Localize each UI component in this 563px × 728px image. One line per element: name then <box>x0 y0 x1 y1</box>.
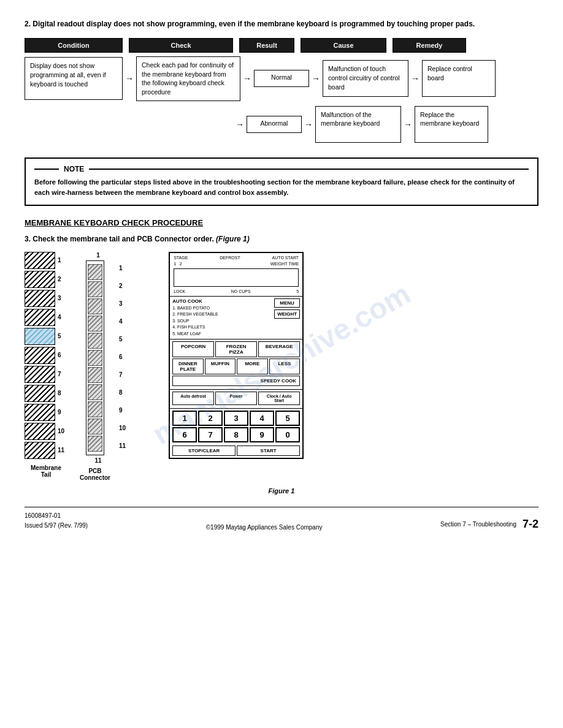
start-button[interactable]: START <box>237 446 300 456</box>
num-7[interactable]: 7 <box>198 427 223 442</box>
header-check: Check <box>129 38 233 53</box>
condition-box: Display does not show programming at all… <box>25 57 123 100</box>
num-6[interactable]: 6 <box>172 427 197 442</box>
doc-number: 16008497-01 <box>25 511 88 521</box>
arrow-7: → <box>401 119 415 129</box>
arrow-2: → <box>240 74 254 83</box>
auto-defrost-button[interactable]: Auto defrost <box>172 392 214 405</box>
kb-bottom-row: STOP/CLEAR START <box>170 444 302 458</box>
cause-normal-box: Malfunction of touch control circuitry o… <box>323 60 408 97</box>
auto-cook-label: AUTO COOK <box>172 298 218 304</box>
header-result: Result <box>239 38 294 53</box>
pcb-strip <box>86 260 104 455</box>
num-2[interactable]: 2 <box>198 411 223 426</box>
note-line-right <box>89 169 529 170</box>
kb-display <box>174 268 299 287</box>
kb-number-grid: 1 2 3 4 5 6 7 8 9 0 <box>170 409 302 444</box>
flow-row-abnormal: → Abnormal → Malfunction of the membrane… <box>233 106 538 143</box>
figure-caption: Figure 1 <box>25 487 538 495</box>
num-3[interactable]: 3 <box>224 411 248 426</box>
kb-row-popcorn: POPCORN FROZEN PIZZA BEVERAGE <box>172 341 300 357</box>
power-button[interactable]: Power <box>215 392 257 405</box>
speedy-cook-button[interactable]: SPEEDY COOK <box>172 376 300 386</box>
kb-row-controls: Auto defrost Power Clock / Auto Start <box>172 392 300 405</box>
weight-time-label: WEIGHT TIME <box>270 262 299 266</box>
membrane-tail-label: MembraneTail <box>31 464 61 478</box>
flow-row-normal: Display does not show programming at all… <box>25 56 538 101</box>
cause-abnormal-box: Malfunction of the membrane keyboard <box>315 106 401 143</box>
dinner-plate-button[interactable]: DINNER PLATE <box>172 358 204 374</box>
note-header: NOTE <box>34 165 529 173</box>
auto-cook-list: 1. BAKED POTATO 2. FRESH VEGETABLE 3. SO… <box>172 305 218 338</box>
section2-heading: 2. Digital readout display does not show… <box>25 18 538 29</box>
kb-top: STAGE DEFROST AUTO START 1 2 WEIGHT TIME… <box>170 253 302 297</box>
pcb-numbers: 1 2 3 4 5 6 7 8 9 10 11 <box>117 259 126 455</box>
less-button[interactable]: LESS <box>269 358 301 374</box>
arrow-6: → <box>302 119 315 129</box>
arrow-1: → <box>123 74 136 83</box>
keyboard-panel: STAGE DEFROST AUTO START 1 2 WEIGHT TIME… <box>169 252 304 460</box>
remedy-abnormal-box: Replace the membrane keyboard <box>415 106 488 143</box>
membrane-section-title: MEMBRANE KEYBOARD CHECK PROCEDURE <box>25 218 538 227</box>
pcb-column: 1 11 PCBConnector <box>80 252 110 481</box>
auto-start-label: AUTO START <box>272 256 299 260</box>
remedy-normal-box: Replace control board <box>422 60 496 97</box>
num-9[interactable]: 9 <box>250 427 274 442</box>
footer-section: Section 7 – Troubleshooting <box>440 521 516 528</box>
check-box: Check each pad for continuity of the mem… <box>136 56 240 101</box>
stage-label: STAGE <box>174 256 188 260</box>
kb-popcorn-section: POPCORN FROZEN PIZZA BEVERAGE DINNER PLA… <box>170 339 302 390</box>
num-1[interactable]: 1 <box>172 411 197 426</box>
weight-button[interactable]: WEIGHT <box>274 309 300 319</box>
more-button[interactable]: MORE <box>237 358 268 374</box>
defrost-label: DEFROST <box>220 256 240 260</box>
arrow-4: → <box>408 74 422 83</box>
arrow-3: → <box>309 74 323 83</box>
flow-headers: Condition Check Result Cause Remedy <box>25 38 538 53</box>
step3-heading: 3. Check the membrane tail and PCB Conne… <box>25 235 538 243</box>
muffin-button[interactable]: MUFFIN <box>205 358 236 374</box>
figure1-container: 1 2 3 4 5 6 7 8 9 10 11 MembraneTail 1 <box>25 252 538 481</box>
stop-clear-button[interactable]: STOP/CLEAR <box>172 446 236 456</box>
note-text: Before following the particular steps li… <box>34 177 529 199</box>
footer-right: Section 7 – Troubleshooting 7-2 <box>440 518 538 531</box>
num-8[interactable]: 8 <box>224 427 248 442</box>
pcb-label: PCBConnector <box>80 468 110 481</box>
membrane-tail-column: 1 2 3 4 5 6 7 8 9 10 11 MembraneTail <box>25 252 67 478</box>
kb-top-labels: STAGE DEFROST AUTO START <box>174 256 299 260</box>
num-0[interactable]: 0 <box>275 427 300 442</box>
note-label: NOTE <box>64 165 84 173</box>
header-cause: Cause <box>301 38 386 53</box>
note-box: NOTE Before following the particular ste… <box>25 157 538 206</box>
kb-row-speedy: SPEEDY COOK <box>172 376 300 386</box>
popcorn-button[interactable]: POPCORN <box>172 341 214 357</box>
footer-copyright: ©1999 Maytag Appliances Sales Company <box>206 524 323 531</box>
menu-button[interactable]: MENU <box>274 298 300 308</box>
issued-date: Issued 5/97 (Rev. 7/99) <box>25 521 88 531</box>
kb-row-dinner: DINNER PLATE MUFFIN MORE LESS <box>172 358 300 374</box>
kb-autocook: AUTO COOK 1. BAKED POTATO 2. FRESH VEGET… <box>172 298 300 338</box>
frozen-pizza-button[interactable]: FROZEN PIZZA <box>215 341 257 357</box>
note-line-left <box>34 169 59 170</box>
footer-left: 16008497-01 Issued 5/97 (Rev. 7/99) <box>25 511 88 531</box>
kb-control-section: Auto defrost Power Clock / Auto Start <box>170 390 302 409</box>
kb-display-bottom: LOCK NO CUPS 5 <box>174 289 299 294</box>
lock-label: LOCK <box>174 289 185 294</box>
step3-figure: (Figure 1) <box>216 235 250 243</box>
kb-stage-nums: 1 2 WEIGHT TIME <box>174 262 299 266</box>
membrane-diagram: 1 2 3 4 5 6 7 8 9 10 11 MembraneTail 1 <box>25 252 126 481</box>
kb-autocook-section: AUTO COOK 1. BAKED POTATO 2. FRESH VEGET… <box>170 297 302 340</box>
num-4[interactable]: 4 <box>250 411 274 426</box>
arrow-5: → <box>233 119 247 129</box>
beverage-button[interactable]: BEVERAGE <box>258 341 300 357</box>
clock-button[interactable]: Clock / Auto Start <box>258 392 300 405</box>
num-5[interactable]: 5 <box>275 411 300 426</box>
result-normal-box: Normal <box>254 70 309 87</box>
flowchart: Condition Check Result Cause Remedy Disp… <box>25 38 538 143</box>
header-condition: Condition <box>25 38 123 53</box>
page-footer: 16008497-01 Issued 5/97 (Rev. 7/99) ©199… <box>25 507 538 531</box>
page-number: 7-2 <box>523 518 538 531</box>
keyboard-diagram: STAGE DEFROST AUTO START 1 2 WEIGHT TIME… <box>169 252 304 460</box>
header-remedy: Remedy <box>393 38 466 53</box>
no-cups-label: NO CUPS <box>231 289 251 294</box>
